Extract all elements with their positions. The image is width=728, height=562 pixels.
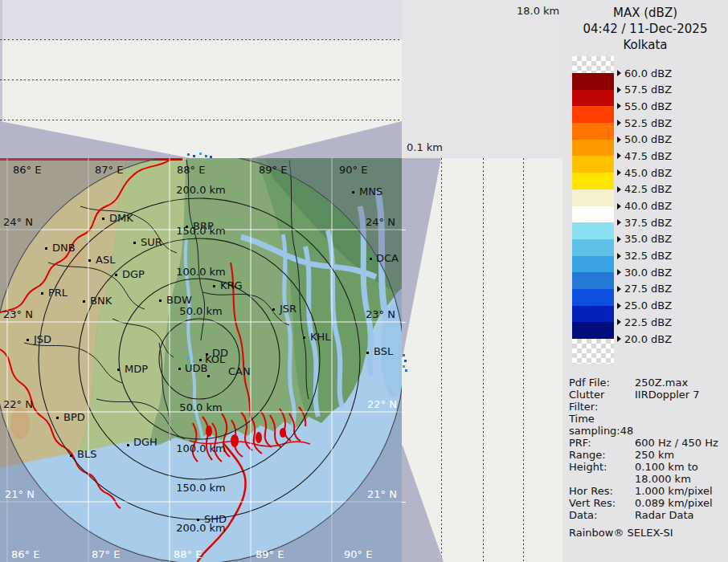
- threshold-label: 45.0 dBZ: [624, 167, 672, 179]
- echo-speck: [187, 153, 190, 156]
- legend-color-band: [572, 239, 614, 256]
- threshold-label: 60.0 dBZ: [624, 67, 672, 79]
- city-dot-shd: [197, 519, 199, 521]
- map-labels-layer: DMKBRPSURDNBASLDGPPRLBNKJSDMDPBPDBLSDGHS…: [0, 158, 402, 562]
- threshold-arrow-icon: [617, 203, 621, 210]
- height-gridline: [483, 158, 484, 562]
- legend-color-band: [572, 206, 614, 223]
- graticule-label: 90° E: [344, 549, 372, 560]
- threshold-arrow-icon: [617, 269, 621, 275]
- legend-color-band: [572, 90, 614, 107]
- legend-threshold: 22.5 dBZ: [617, 316, 672, 328]
- graticule-label: 89° E: [256, 549, 284, 560]
- legend-threshold: 40.0 dBZ: [617, 201, 672, 212]
- city-label-dgh: DGH: [133, 437, 157, 447]
- threshold-label: 40.0 dBZ: [624, 200, 672, 212]
- range-ring-label: 50.0 km: [179, 402, 222, 413]
- metadata-label: Data:: [569, 509, 635, 521]
- lat-tick: [402, 412, 406, 413]
- legend-transparent-band-bottom: [572, 339, 614, 364]
- city-label-jsr: JSR: [280, 303, 297, 314]
- legend-color-band: [572, 123, 614, 140]
- legend-transparent-band-top: [572, 56, 614, 73]
- threshold-arrow-icon: [617, 319, 621, 325]
- threshold-arrow-icon: [617, 87, 621, 93]
- threshold-arrow-icon: [617, 253, 621, 259]
- city-dot-dmk: [102, 218, 104, 220]
- beam-limit-wedge-top: [402, 158, 443, 357]
- legend-threshold: 55.0 dBZ: [617, 100, 672, 112]
- metadata-label: Clutter Filter:: [569, 389, 635, 413]
- metadata-label: Pdf File:: [569, 377, 635, 389]
- top-panel-upper-band: [0, 0, 402, 39]
- city-label-asl: ASL: [96, 255, 115, 265]
- city-label-bnk: BNK: [90, 295, 112, 306]
- city-dot-can: [207, 375, 210, 377]
- legend-color-band: [572, 156, 614, 173]
- city-dot-mdp: [117, 369, 120, 371]
- legend-header: MAX (dBZ) 04:42 / 11-Dec-2025 Kolkata: [562, 5, 728, 53]
- metadata-label: Hor Res:: [569, 485, 635, 497]
- threshold-arrow-icon: [617, 336, 621, 342]
- radar-map: DMKBRPSURDNBASLDGPPRLBNKJSDMDPBPDBLSDGHS…: [0, 158, 402, 562]
- graticule-label: 87° E: [95, 165, 123, 175]
- metadata-row: PRF:600 Hz / 450 Hz: [569, 437, 728, 449]
- threshold-label: 42.5 dBZ: [624, 183, 672, 195]
- threshold-label: 27.5 dBZ: [624, 283, 672, 295]
- range-ring-label: 150.0 km: [176, 226, 226, 236]
- metadata-row: Clutter Filter:IIRDoppler 7: [569, 389, 728, 413]
- legend-color-band: [572, 140, 614, 157]
- height-gridline: [523, 158, 524, 562]
- graticule-label: 88° E: [177, 165, 205, 175]
- city-dot-bdw: [159, 299, 162, 302]
- metadata-block: Pdf File:250Z.maxClutter Filter:IIRDoppl…: [569, 377, 728, 539]
- legend-threshold: 57.5 dBZ: [617, 84, 672, 96]
- graticule-label: 24° N: [3, 217, 33, 227]
- height-gridline: [0, 79, 402, 80]
- threshold-label: 57.5 dBZ: [624, 83, 672, 96]
- city-label-prl: PRL: [48, 287, 67, 298]
- range-ring-label: 200.0 km: [176, 185, 226, 195]
- beam-limit-wedge-right: [252, 120, 402, 158]
- graticule-label: 22° N: [3, 399, 33, 409]
- metadata-label: Height:: [569, 461, 635, 473]
- city-dot-bpd: [56, 417, 59, 419]
- metadata-row: Hor Res:1.000 km/pixel: [569, 485, 728, 497]
- range-ring-label: 50.0 km: [179, 306, 222, 316]
- metadata-rows: Pdf File:250Z.maxClutter Filter:IIRDoppl…: [569, 377, 728, 521]
- height-scale-top-label: 18.0 km: [517, 5, 559, 17]
- city-dot-khl: [303, 336, 305, 339]
- threshold-arrow-icon: [617, 120, 621, 126]
- legend-color-band: [572, 306, 614, 323]
- threshold-label: 30.0 dBZ: [624, 267, 672, 279]
- legend-threshold: 47.5 dBZ: [617, 150, 672, 161]
- city-label-jsd: JSD: [34, 334, 51, 344]
- range-ring-label: 100.0 km: [176, 267, 226, 277]
- height-gridline: [0, 39, 402, 40]
- height-scale-bottom-label: 0.1 km: [407, 141, 443, 153]
- graticule-label: 87° E: [92, 549, 120, 560]
- range-ring-label: 100.0 km: [176, 443, 226, 454]
- legend-threshold: 60.0 dBZ: [617, 67, 672, 79]
- metadata-value: 600 Hz / 450 Hz: [635, 437, 718, 449]
- metadata-value: 250 km: [635, 449, 674, 461]
- metadata-value: 250Z.max: [635, 377, 688, 389]
- city-dot-kol: [199, 359, 202, 361]
- metadata-row: Height:0.100 km to 18.000 km: [569, 461, 728, 485]
- legend-threshold: 30.0 dBZ: [617, 267, 672, 278]
- threshold-label: 52.5 dBZ: [624, 117, 672, 129]
- legend-color-band: [572, 106, 614, 123]
- echo-speck: [403, 365, 405, 368]
- metadata-row: Range:250 km: [569, 449, 728, 461]
- threshold-arrow-icon: [617, 136, 621, 143]
- height-gridline: [441, 158, 442, 562]
- beam-limit-wedge-bottom: [402, 446, 444, 562]
- threshold-label: 25.0 dBZ: [624, 299, 672, 312]
- city-dot-prl: [41, 292, 43, 295]
- city-dot-bnk: [83, 300, 85, 303]
- city-label-sur: SUR: [141, 237, 162, 247]
- software-credit: Rainbow® SELEX-SI: [569, 527, 728, 539]
- metadata-label: Range:: [569, 449, 635, 461]
- legend-threshold: 52.5 dBZ: [617, 117, 672, 128]
- lat-tick: [402, 502, 406, 503]
